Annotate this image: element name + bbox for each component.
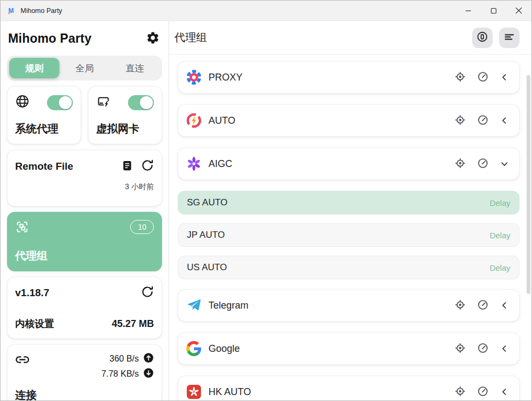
edit-profile-button[interactable]: [121, 159, 133, 173]
group-name: Telegram: [208, 300, 454, 311]
speed-test-button[interactable]: [477, 299, 489, 312]
aigc-logo-icon: [186, 156, 202, 172]
locate-icon: [454, 114, 466, 128]
speed-test-button[interactable]: [477, 71, 489, 84]
chevron-left-icon[interactable]: [500, 387, 509, 397]
locate-icon: [454, 342, 466, 356]
upload-speed: 360 B/s: [110, 354, 139, 364]
maximize-button[interactable]: [481, 1, 506, 21]
tab-global-mode[interactable]: 全局: [59, 58, 110, 78]
proxy-node-row-selected[interactable]: SG AUTO Delay: [178, 191, 520, 215]
locate-node-button[interactable]: [454, 157, 466, 171]
chevron-left-icon[interactable]: [500, 300, 509, 310]
update-profile-button[interactable]: [141, 159, 154, 173]
restart-core-button[interactable]: [141, 285, 154, 300]
node-delay[interactable]: Delay: [490, 263, 510, 272]
proxy-group-row[interactable]: PROXY: [178, 61, 520, 93]
connections-card[interactable]: 360 B/s 7.78 KB/s 连接: [7, 344, 162, 401]
profile-card[interactable]: Remote File 3 小: [7, 150, 162, 206]
chevron-left-icon[interactable]: [500, 344, 509, 353]
system-proxy-card[interactable]: 系统代理: [7, 86, 81, 144]
chevron-down-icon[interactable]: [500, 159, 509, 169]
minimize-button[interactable]: [455, 1, 481, 21]
proxy-group-nav-icon: [15, 220, 29, 236]
globe-icon: [15, 94, 30, 111]
document-icon: [121, 159, 133, 173]
chevron-left-icon[interactable]: [500, 116, 509, 125]
locate-node-button[interactable]: [454, 114, 466, 128]
delay-display-button[interactable]: [472, 28, 493, 48]
core-version: v1.18.7: [15, 287, 49, 299]
tun-card[interactable]: 虚拟网卡: [88, 86, 162, 144]
telegram-logo-icon: [186, 297, 202, 313]
proxy-node-row[interactable]: JP AUTO Delay: [178, 223, 520, 247]
locate-node-button[interactable]: [454, 342, 466, 356]
arrow-down-circle-icon: [143, 367, 154, 380]
chevron-left-icon[interactable]: [500, 72, 509, 82]
tun-toggle[interactable]: [128, 95, 154, 110]
close-button[interactable]: [506, 1, 531, 21]
group-name: PROXY: [208, 72, 454, 83]
proxy-groups-nav-label: 代理组: [15, 249, 154, 263]
speed-test-button[interactable]: [477, 114, 489, 128]
proxy-group-row-expanded[interactable]: AIGC: [178, 148, 520, 180]
core-memory-usage: 45.27 MB: [112, 318, 154, 330]
connections-label: 连接: [15, 388, 154, 401]
node-name: JP AUTO: [187, 230, 490, 240]
refresh-icon: [141, 285, 154, 300]
node-name: US AUTO: [187, 262, 490, 273]
tun-label: 虚拟网卡: [96, 122, 154, 136]
locate-icon: [454, 71, 466, 84]
locate-node-button[interactable]: [454, 71, 466, 84]
tab-direct-mode[interactable]: 直连: [110, 58, 160, 78]
speed-test-button[interactable]: [477, 157, 489, 171]
titlebar-app-title: Mihomo Party: [21, 7, 62, 15]
speed-test-button[interactable]: [477, 385, 489, 399]
profile-name: Remote File: [15, 161, 73, 172]
node-delay[interactable]: Delay: [490, 198, 510, 208]
node-delay[interactable]: Delay: [490, 231, 510, 240]
auto-logo-icon: [186, 112, 202, 129]
link-icon: [15, 352, 30, 380]
proxy-node-row[interactable]: US AUTO Delay: [178, 256, 520, 279]
gauge-icon: [477, 342, 489, 356]
locate-icon: [454, 385, 466, 399]
gauge-icon: [477, 299, 489, 312]
scrollbar-thumb[interactable]: [527, 75, 530, 294]
speed-test-button[interactable]: [477, 342, 489, 356]
app-name: Mihomo Party: [8, 31, 91, 46]
app-window: M Mihomo Party Mihomo Party: [0, 0, 532, 401]
profile-updated-time: 3 小时前: [15, 182, 154, 192]
proxy-groups-page: 代理组: [169, 21, 531, 401]
arrow-up-circle-icon: [143, 352, 154, 365]
group-name: AUTO: [208, 115, 454, 126]
app-logo-icon: M: [6, 6, 16, 15]
core-card[interactable]: v1.18.7 内核设置 45.27 MB: [7, 277, 162, 339]
layout-button[interactable]: [499, 28, 520, 48]
locate-icon: [454, 157, 466, 171]
proxy-logo-icon: [186, 69, 202, 85]
system-proxy-toggle[interactable]: [47, 95, 73, 110]
proxy-group-list: PROXY AUTO: [169, 55, 531, 401]
gauge-icon: [477, 385, 489, 399]
locate-node-button[interactable]: [454, 385, 466, 399]
proxy-groups-nav-card[interactable]: 10 代理组: [7, 212, 162, 271]
gauge-icon: [477, 157, 489, 171]
refresh-icon: [141, 159, 154, 173]
lines-icon: [503, 31, 515, 44]
proxy-group-row[interactable]: AUTO: [178, 104, 520, 137]
group-name: HK AUTO: [208, 386, 454, 398]
gauge-icon: [477, 114, 489, 128]
core-settings-label: 内核设置: [15, 317, 54, 330]
proxy-group-row[interactable]: HK AUTO: [178, 376, 520, 401]
proxy-group-row[interactable]: Google: [178, 332, 520, 365]
locate-node-button[interactable]: [454, 299, 466, 312]
window-controls: [455, 1, 531, 21]
google-logo-icon: [186, 340, 202, 357]
settings-button[interactable]: [145, 30, 161, 46]
hongkong-flag-icon: [186, 384, 202, 400]
tab-rule-mode[interactable]: 规则: [9, 58, 59, 78]
locate-icon: [454, 299, 466, 312]
system-proxy-label: 系统代理: [15, 122, 73, 136]
proxy-group-row[interactable]: Telegram: [178, 289, 520, 322]
